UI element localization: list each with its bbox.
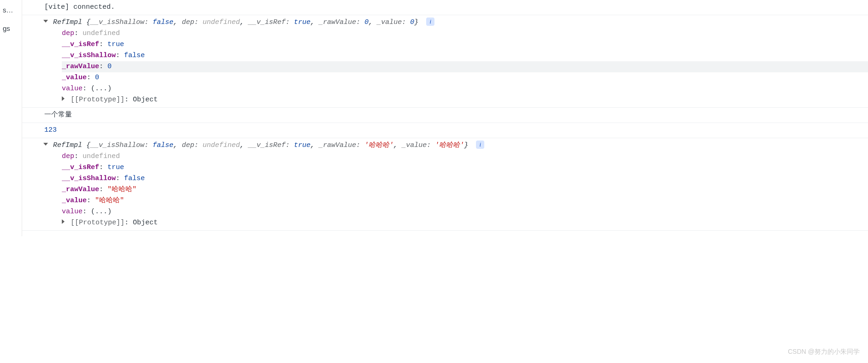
sidebar-item[interactable] xyxy=(0,18,22,21)
log-row: RefImpl {__v_isShallow: false, dep: unde… xyxy=(22,15,868,107)
object-property[interactable]: __v_isShallow: false xyxy=(62,173,868,184)
object-property[interactable]: __v_isShallow: false xyxy=(62,50,868,61)
log-row: RefImpl {__v_isShallow: false, dep: unde… xyxy=(22,138,868,230)
log-number: 123 xyxy=(44,126,57,134)
prompt-caret-icon: › xyxy=(35,234,39,236)
console-output: [vite] connected. RefImpl {__v_isShallow… xyxy=(22,0,868,236)
log-message: 一个常量 xyxy=(44,111,72,119)
log-row: 一个常量 xyxy=(22,107,868,123)
info-icon[interactable]: i xyxy=(426,18,434,26)
expand-toggle-icon[interactable] xyxy=(62,96,65,101)
expand-toggle-icon[interactable] xyxy=(43,20,48,23)
object-property[interactable]: _value: 0 xyxy=(62,72,868,83)
object-property[interactable]: __v_isRef: true xyxy=(62,162,868,173)
sidebar: s… gs xyxy=(0,0,22,236)
object-header[interactable]: RefImpl {__v_isShallow: false, dep: unde… xyxy=(44,140,868,151)
object-properties: dep: undefined __v_isRef: true __v_isSha… xyxy=(44,151,868,228)
object-header[interactable]: RefImpl {__v_isShallow: false, dep: unde… xyxy=(44,17,868,28)
console-wrapper: s… gs [vite] connected. RefImpl {__v_isS… xyxy=(0,0,868,236)
sidebar-item[interactable]: s… xyxy=(0,3,22,18)
object-property[interactable]: _rawValue: "哈哈哈" xyxy=(62,184,868,195)
object-property[interactable]: value: (...) xyxy=(62,83,868,94)
object-property[interactable]: dep: undefined xyxy=(62,28,868,39)
object-property[interactable]: _value: "哈哈哈" xyxy=(62,195,868,206)
log-row: 123 xyxy=(22,123,868,138)
log-message: [vite] connected. xyxy=(44,3,115,11)
console-prompt[interactable]: › xyxy=(22,230,868,236)
object-prototype[interactable]: [[Prototype]]: Object xyxy=(62,94,868,105)
object-property[interactable]: value: (...) xyxy=(62,206,868,217)
info-icon[interactable]: i xyxy=(476,141,484,149)
object-property[interactable]: __v_isRef: true xyxy=(62,39,868,50)
expand-toggle-icon[interactable] xyxy=(62,219,65,224)
object-properties: dep: undefined __v_isRef: true __v_isSha… xyxy=(44,28,868,105)
object-prototype[interactable]: [[Prototype]]: Object xyxy=(62,217,868,228)
log-row: [vite] connected. xyxy=(22,0,868,15)
expand-toggle-icon[interactable] xyxy=(43,143,48,146)
object-property[interactable]: dep: undefined xyxy=(62,151,868,162)
sidebar-item[interactable]: gs xyxy=(0,21,22,36)
object-property[interactable]: _rawValue: 0 xyxy=(62,61,868,72)
